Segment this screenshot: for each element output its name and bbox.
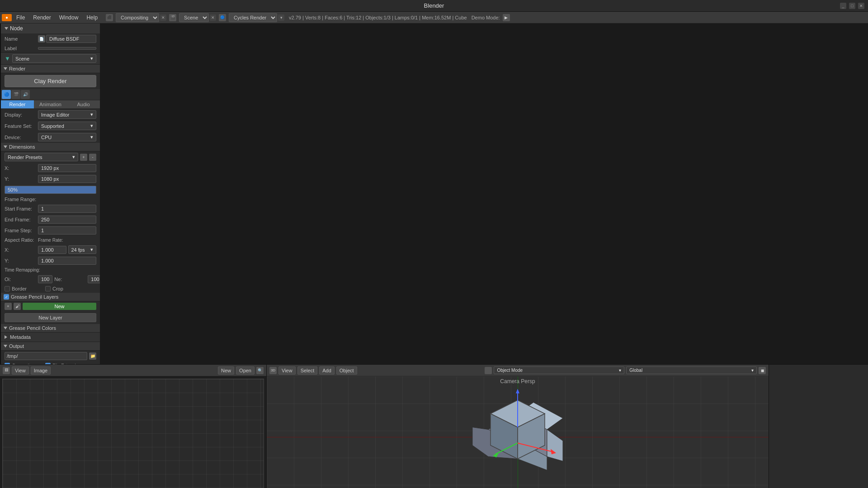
menu-help[interactable]: Help bbox=[83, 14, 101, 22]
node-name-input[interactable]: Diffuse BSDF bbox=[46, 35, 96, 43]
node-section: Node Name 📄 Diffuse BSDF Label bbox=[1, 23, 100, 53]
global-dropdown[interactable]: Global ▾ bbox=[626, 366, 757, 374]
res-pct-input[interactable]: 50% bbox=[5, 186, 96, 194]
node-name-input-row: 📄 Diffuse BSDF bbox=[38, 35, 96, 43]
play-icon[interactable]: ▶ bbox=[503, 14, 510, 21]
scene-select[interactable]: Scene bbox=[179, 13, 209, 22]
tab-animation-label[interactable]: Animation bbox=[34, 100, 67, 108]
tab-audio[interactable]: 🔊 bbox=[21, 90, 30, 99]
gp-paint-icon[interactable]: 🖌 bbox=[14, 303, 21, 310]
aspect-y-input[interactable]: 1.000 bbox=[38, 257, 96, 265]
view-btn[interactable]: View bbox=[278, 366, 296, 375]
metadata-section[interactable]: Metadata bbox=[1, 333, 100, 342]
object-mode-dropdown[interactable]: Object Mode ▾ bbox=[494, 366, 624, 374]
render-presets-dropdown[interactable]: Render Presets ▾ bbox=[5, 153, 78, 161]
output-path-input[interactable]: /tmp/ bbox=[5, 352, 87, 360]
aspect-x-input[interactable]: 1.000 bbox=[38, 246, 66, 254]
res-y-label: Y: bbox=[5, 176, 36, 182]
gp-layers-section-header[interactable]: ✓ Grease Pencil Layers bbox=[1, 293, 100, 301]
output-section-header[interactable]: Output bbox=[1, 342, 100, 351]
node-label-input[interactable] bbox=[38, 47, 96, 50]
output-section-label: Output bbox=[9, 343, 24, 349]
window-controls[interactable]: _ □ ✕ bbox=[840, 3, 864, 9]
image-image-btn[interactable]: Image bbox=[31, 366, 51, 375]
menu-render[interactable]: Render bbox=[29, 14, 54, 22]
clay-render-button[interactable]: Clay Render bbox=[5, 75, 96, 87]
gp-add-icon[interactable]: + bbox=[5, 303, 12, 310]
border-checkbox[interactable] bbox=[5, 286, 10, 291]
res-y-input[interactable]: 1080 px bbox=[38, 175, 96, 183]
menu-file[interactable]: File bbox=[13, 14, 28, 22]
scene-selector-row: ▼ Scene ▾ bbox=[1, 53, 100, 65]
render-header-label: Render bbox=[9, 66, 25, 71]
workspace-select[interactable]: Compositing bbox=[116, 13, 159, 22]
device-arrow-icon: ▾ bbox=[90, 134, 93, 140]
menu-window[interactable]: Window bbox=[56, 14, 82, 22]
tab-render-label[interactable]: Render bbox=[1, 100, 34, 108]
old-value-input[interactable]: 100 bbox=[38, 275, 52, 283]
frame-step-row: Frame Step: 1 bbox=[1, 225, 100, 236]
node-label-row: Label bbox=[1, 44, 100, 52]
engine-dropdown-icon[interactable]: ▾ bbox=[278, 14, 284, 21]
device-row: Device: CPU ▾ bbox=[1, 131, 100, 143]
image-new-btn[interactable]: New bbox=[218, 366, 234, 375]
gp-layers-checkbox[interactable]: ✓ bbox=[4, 294, 9, 300]
image-zoom-icon[interactable]: 🔍 bbox=[256, 367, 264, 374]
aspect-label: Aspect Ratio: bbox=[5, 237, 36, 243]
gp-colors-section-header[interactable]: Grease Pencil Colors bbox=[1, 324, 100, 333]
frame-rate-arrow-icon: ▾ bbox=[90, 247, 93, 253]
end-frame-row: End Frame: 250 bbox=[1, 214, 100, 225]
time-remap-row: Time Remapping: bbox=[1, 266, 100, 274]
render-section-header[interactable]: Render bbox=[1, 65, 100, 73]
start-frame-input[interactable]: 1 bbox=[38, 205, 96, 213]
add-btn[interactable]: Add bbox=[319, 366, 335, 375]
viewport-3d: 3D View Select Add Object Object Mode ▾ … bbox=[267, 365, 769, 488]
viewport-icons bbox=[485, 367, 492, 374]
display-dropdown[interactable]: Image Editor ▾ bbox=[38, 110, 96, 119]
global-arrow-icon: ▾ bbox=[751, 368, 754, 373]
minimize-button[interactable]: _ bbox=[840, 3, 846, 9]
render-tabs: 🔵 🎬 🔊 bbox=[1, 89, 100, 100]
end-frame-input[interactable]: 250 bbox=[38, 216, 96, 224]
node-section-header[interactable]: Node bbox=[1, 23, 100, 33]
feature-set-row: Feature Set: Supported ▾ bbox=[1, 120, 100, 131]
output-path-browse-icon[interactable]: 📁 bbox=[89, 352, 96, 360]
device-dropdown[interactable]: CPU ▾ bbox=[38, 133, 96, 141]
new-value-input[interactable]: 100 bbox=[88, 275, 100, 283]
overwrite-checkbox[interactable]: ✓ bbox=[5, 363, 10, 364]
scene-dropdown[interactable]: Scene ▾ bbox=[12, 54, 96, 63]
crop-checkbox[interactable] bbox=[45, 286, 51, 291]
maximize-button[interactable]: □ bbox=[849, 3, 855, 9]
image-view-btn[interactable]: View bbox=[12, 366, 29, 375]
render-engine-select[interactable]: Cycles Render bbox=[229, 13, 277, 22]
viewport-shading-icon[interactable]: ◼ bbox=[759, 367, 766, 374]
title-bar: Blender _ □ ✕ bbox=[0, 0, 868, 12]
select-btn[interactable]: Select bbox=[297, 366, 318, 375]
frame-step-input[interactable]: 1 bbox=[38, 226, 96, 235]
dimensions-section-header[interactable]: Dimensions bbox=[1, 143, 100, 151]
object-btn[interactable]: Object bbox=[336, 366, 357, 375]
presets-add-icon[interactable]: + bbox=[80, 154, 87, 161]
gp-colors-toggle-icon bbox=[4, 327, 7, 329]
gp-new-layer-button[interactable]: New Layer bbox=[5, 313, 96, 322]
render-presets-row: Render Presets ▾ + - bbox=[1, 151, 100, 163]
crop-label: Crop bbox=[52, 286, 84, 291]
close-button[interactable]: ✕ bbox=[858, 3, 864, 9]
tab-render[interactable]: 🔵 bbox=[2, 90, 11, 99]
tab-audio-label[interactable]: Audio bbox=[67, 100, 100, 108]
gp-new-button[interactable]: New bbox=[23, 303, 96, 310]
render-section-icon bbox=[4, 67, 7, 70]
frame-rate-dropdown[interactable]: 24 fps ▾ bbox=[68, 245, 97, 254]
version-info: v2.79 | Verts:8 | Faces:6 | Tris:12 | Ob… bbox=[289, 15, 467, 20]
feature-set-dropdown[interactable]: Supported ▾ bbox=[38, 122, 96, 130]
start-frame-label: Start Frame: bbox=[5, 206, 36, 211]
file-ext-checkbox[interactable]: ✓ bbox=[45, 363, 51, 364]
workspace-close[interactable]: ✕ bbox=[160, 14, 166, 21]
image-open-btn[interactable]: Open bbox=[236, 366, 255, 375]
aspect-ratio-row: Aspect Ratio: Frame Rate: bbox=[1, 236, 100, 244]
res-x-input[interactable]: 1920 px bbox=[38, 164, 96, 172]
scene-close[interactable]: ✕ bbox=[210, 14, 216, 21]
presets-remove-icon[interactable]: - bbox=[89, 154, 96, 161]
gp-new-row: + 🖌 New bbox=[1, 301, 100, 311]
tab-animation[interactable]: 🎬 bbox=[11, 90, 20, 99]
